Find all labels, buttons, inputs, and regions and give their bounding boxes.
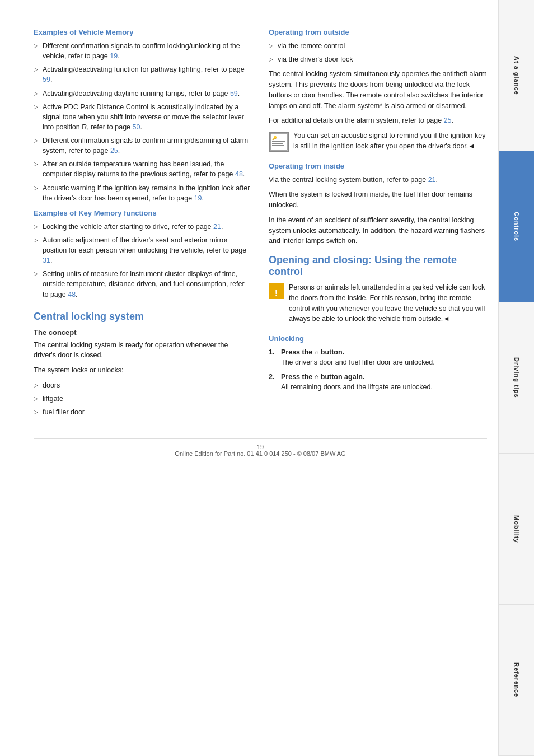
step-main-2: Press the ⌂ button again. bbox=[281, 373, 364, 381]
footer-text: Online Edition for Part no. 01 41 0 014 … bbox=[175, 450, 345, 457]
main-content: Examples of Vehicle Memory Different con… bbox=[0, 0, 498, 756]
footer: 19 Online Edition for Part no. 01 41 0 0… bbox=[34, 438, 487, 457]
note-box: 🔑 You can set an acoustic signal to remi… bbox=[269, 130, 487, 156]
svg-rect-4 bbox=[272, 145, 284, 146]
operating-inside-text1: Via the central locking system button, r… bbox=[269, 175, 487, 185]
list-item: Active PDC Park Distance Control is acou… bbox=[34, 102, 252, 132]
note-icon: 🔑 bbox=[269, 132, 289, 152]
left-column: Examples of Vehicle Memory Different con… bbox=[34, 22, 252, 422]
operating-outside-text1: The central locking system simultaneousl… bbox=[269, 69, 487, 111]
page-link-25[interactable]: 25 bbox=[444, 116, 452, 124]
page-number: 19 bbox=[257, 444, 264, 450]
sidebar-tab-at-a-glance[interactable]: At a glance bbox=[499, 0, 534, 151]
opening-closing-heading: Opening and closing: Using the remote co… bbox=[269, 254, 487, 278]
note-text: You can set an acoustic signal to remind… bbox=[293, 130, 487, 152]
page-link-48b[interactable]: 48 bbox=[68, 291, 76, 298]
page-link-48a[interactable]: 48 bbox=[235, 170, 243, 178]
operating-inside-text2: When the system is locked from inside, t… bbox=[269, 189, 487, 211]
page-link-19a[interactable]: 19 bbox=[110, 52, 118, 60]
svg-text:!: ! bbox=[275, 288, 278, 297]
right-column: Operating from outside via the remote co… bbox=[269, 22, 487, 422]
svg-text:🔑: 🔑 bbox=[272, 136, 277, 141]
unlocking-heading: Unlocking bbox=[269, 334, 487, 343]
operating-inside-text3: In the event of an accident of sufficien… bbox=[269, 215, 487, 246]
vehicle-memory-list: Different confirmation signals to confir… bbox=[34, 41, 252, 203]
opening-closing-section: Opening and closing: Using the remote co… bbox=[269, 254, 487, 393]
central-locking-section: Central locking system The concept The c… bbox=[34, 311, 252, 418]
concept-text1: The central locking system is ready for … bbox=[34, 340, 252, 361]
list-item: After an outside temperature warning has… bbox=[34, 159, 252, 179]
concept-heading: The concept bbox=[34, 328, 252, 337]
list-item: Setting units of measure for instrument … bbox=[34, 269, 252, 299]
operating-outside-text2: For additional details on the alarm syst… bbox=[269, 115, 487, 126]
page-link-50[interactable]: 50 bbox=[133, 123, 140, 131]
page-link-21[interactable]: 21 bbox=[213, 223, 221, 231]
step-sub-2: All remaining doors and the liftgate are… bbox=[281, 383, 433, 391]
sidebar-tab-reference[interactable]: Reference bbox=[499, 605, 534, 756]
key-memory-heading: Examples of Key Memory functions bbox=[34, 209, 252, 217]
unlocking-steps: 1. Press the ⌂ button. The driver's door… bbox=[269, 347, 487, 393]
list-item: 1. Press the ⌂ button. The driver's door… bbox=[269, 347, 487, 367]
concept-list: doors liftgate fuel filler door bbox=[34, 380, 252, 417]
warning-box: ! Persons or animals left unattended in … bbox=[269, 282, 487, 329]
list-item: via the driver's door lock bbox=[269, 54, 487, 64]
concept-text2: The system locks or unlocks: bbox=[34, 365, 252, 376]
operating-outside-list: via the remote control via the driver's … bbox=[269, 41, 487, 64]
list-item: via the remote control bbox=[269, 41, 487, 51]
page-link-19b[interactable]: 19 bbox=[194, 194, 202, 202]
step-sub-1: The driver's door and fuel filler door a… bbox=[281, 358, 435, 366]
page-wrapper: Examples of Vehicle Memory Different con… bbox=[0, 0, 534, 756]
warning-icon: ! bbox=[269, 283, 284, 299]
sidebar-tab-mobility[interactable]: Mobility bbox=[499, 454, 534, 605]
svg-rect-3 bbox=[272, 143, 283, 144]
step-main-1: Press the ⌂ button. bbox=[281, 348, 344, 356]
warning-text: Persons or animals left unattended in a … bbox=[289, 282, 487, 324]
page-link-31[interactable]: 31 bbox=[43, 256, 50, 264]
list-item: Acoustic warning if the ignition key rem… bbox=[34, 183, 252, 203]
list-item: fuel filler door bbox=[34, 407, 252, 417]
right-sidebar: At a glance Controls Driving tips Mobili… bbox=[498, 0, 534, 756]
key-memory-list: Locking the vehicle after starting to dr… bbox=[34, 222, 252, 300]
page-link-25a[interactable]: 25 bbox=[110, 147, 118, 155]
vehicle-memory-heading: Examples of Vehicle Memory bbox=[34, 28, 252, 36]
top-two-col: Examples of Vehicle Memory Different con… bbox=[34, 22, 487, 422]
list-item: Activating/deactivating daytime running … bbox=[34, 88, 252, 99]
list-item: Locking the vehicle after starting to dr… bbox=[34, 222, 252, 232]
list-item: doors bbox=[34, 380, 252, 390]
sidebar-tab-driving-tips[interactable]: Driving tips bbox=[499, 302, 534, 454]
operating-outside-heading: Operating from outside bbox=[269, 28, 487, 36]
page-link-59a[interactable]: 59 bbox=[43, 76, 50, 83]
list-item: Different confirmation signals to confir… bbox=[34, 41, 252, 61]
list-item: Activating/deactivating function for pat… bbox=[34, 64, 252, 85]
page-link-21a[interactable]: 21 bbox=[428, 176, 436, 184]
page-link-59b[interactable]: 59 bbox=[230, 90, 238, 97]
list-item: Automatic adjustment of the driver's sea… bbox=[34, 235, 252, 265]
svg-rect-2 bbox=[272, 141, 285, 142]
list-item: liftgate bbox=[34, 394, 252, 404]
sidebar-tab-controls[interactable]: Controls bbox=[499, 151, 534, 302]
list-item: Different confirmation signals to confir… bbox=[34, 136, 252, 156]
operating-inside-heading: Operating from inside bbox=[269, 162, 487, 170]
central-locking-heading: Central locking system bbox=[34, 311, 252, 323]
list-item: 2. Press the ⌂ button again. All remaini… bbox=[269, 372, 487, 392]
